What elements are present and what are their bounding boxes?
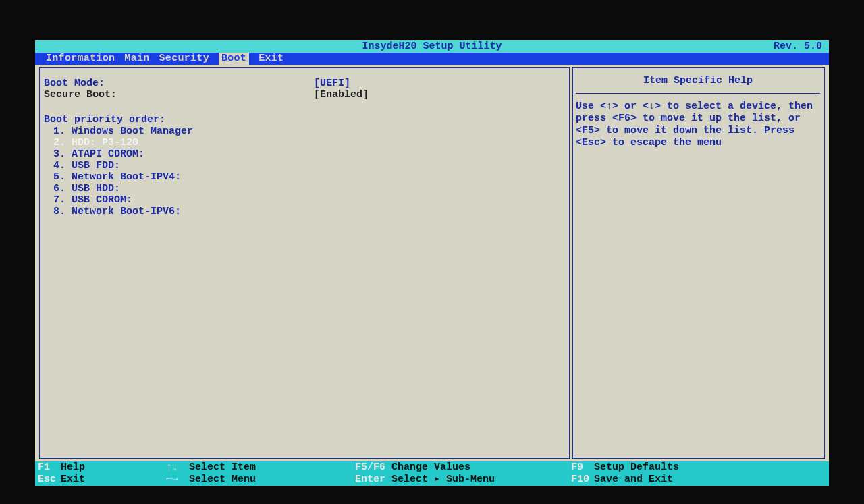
hotkey-bar: F1Help ↑↓Select Item F5/F6Change Values … bbox=[35, 461, 829, 486]
boot-mode-label: Boot Mode: bbox=[44, 78, 314, 89]
menu-tab-information[interactable]: Information bbox=[46, 53, 115, 65]
hotkey-f5f6: F5/F6Change Values bbox=[355, 461, 571, 474]
boot-item-7[interactable]: 7. USB CDROM: bbox=[44, 194, 562, 206]
hotkey-f9: F9Setup Defaults bbox=[571, 461, 829, 474]
boot-mode-row[interactable]: Boot Mode: [UEFI] bbox=[44, 78, 562, 89]
menu-tab-exit[interactable]: Exit bbox=[259, 53, 284, 65]
boot-item-2[interactable]: 2. HDD: P3-120 bbox=[44, 137, 562, 148]
main-panel: Boot Mode: [UEFI] Secure Boot: [Enabled]… bbox=[39, 67, 570, 459]
boot-item-6[interactable]: 6. USB HDD: bbox=[44, 183, 562, 194]
secure-boot-label: Secure Boot: bbox=[44, 89, 314, 101]
hotkey-f10: F10Save and Exit bbox=[571, 474, 829, 486]
hotkey-enter: EnterSelect ▸ Sub-Menu bbox=[355, 474, 571, 486]
boot-item-5[interactable]: 5. Network Boot-IPV4: bbox=[44, 171, 562, 183]
help-title: Item Specific Help bbox=[643, 75, 753, 86]
boot-mode-value: [UEFI] bbox=[314, 78, 350, 89]
menu-tab-main[interactable]: Main bbox=[124, 53, 149, 65]
boot-item-4[interactable]: 4. USB FDD: bbox=[44, 160, 562, 171]
bios-screen: InsydeH20 Setup Utility Rev. 5.0 Informa… bbox=[35, 40, 829, 486]
hotkey-f1: F1Help bbox=[38, 461, 166, 474]
menu-tab-boot[interactable]: Boot bbox=[219, 53, 249, 65]
app-title: InsydeH20 Setup Utility bbox=[35, 40, 829, 53]
secure-boot-value: [Enabled] bbox=[314, 89, 369, 101]
menu-bar: InformationMainSecurityBootExit bbox=[35, 53, 829, 65]
boot-item-1[interactable]: 1. Windows Boot Manager bbox=[44, 125, 562, 137]
hotkey-esc: EscExit bbox=[38, 474, 166, 486]
revision-label: Rev. 5.0 bbox=[774, 40, 822, 53]
boot-order-list: 1. Windows Boot Manager2. HDD: P3-1203. … bbox=[44, 125, 562, 217]
hotkey-leftright: ←→Select Menu bbox=[166, 474, 355, 486]
help-panel: Item Specific Help Use <↑> or <↓> to sel… bbox=[572, 67, 825, 459]
menu-tab-security[interactable]: Security bbox=[159, 53, 209, 65]
hotkey-updown: ↑↓Select Item bbox=[166, 461, 355, 474]
boot-order-title: Boot priority order: bbox=[44, 114, 562, 125]
boot-item-3[interactable]: 3. ATAPI CDROM: bbox=[44, 148, 562, 160]
boot-item-8[interactable]: 8. Network Boot-IPV6: bbox=[44, 206, 562, 217]
help-text: Use <↑> or <↓> to select a device, then … bbox=[576, 101, 820, 149]
secure-boot-row: Secure Boot: [Enabled] bbox=[44, 89, 562, 101]
